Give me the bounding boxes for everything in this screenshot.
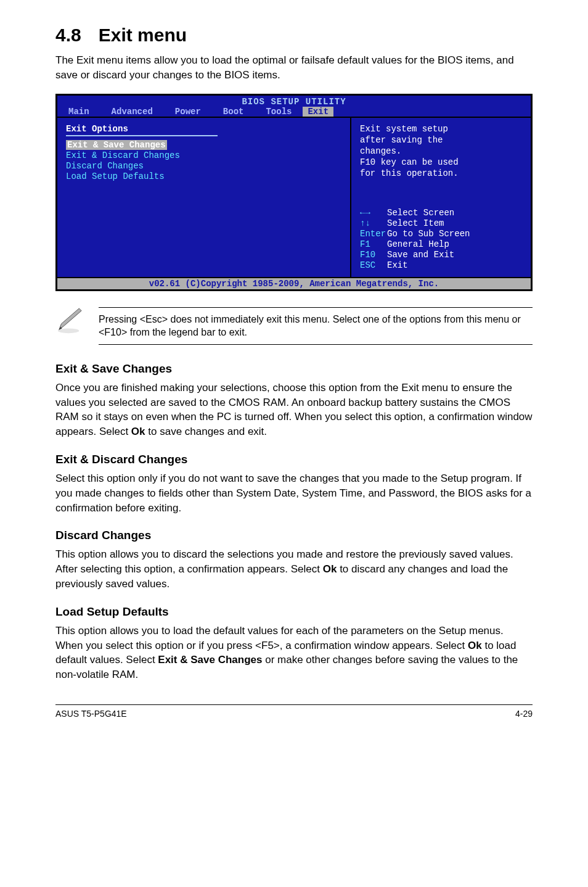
bold-ok: Ok xyxy=(131,426,145,437)
key-icon: ↑↓ xyxy=(360,218,387,228)
key-icon: F1 xyxy=(360,239,387,249)
page-footer: ASUS T5-P5G41E 4-29 xyxy=(55,704,533,719)
bios-tab: Tools xyxy=(255,107,303,117)
bios-header: BIOS SETUP UTILITY xyxy=(57,96,531,107)
section-discard: Discard Changes This option allows you t… xyxy=(55,529,533,591)
section-load-defaults: Load Setup Defaults This option allows y… xyxy=(55,605,533,682)
bios-footer: v02.61 (C)Copyright 1985-2009, American … xyxy=(57,277,531,289)
bios-tab: Power xyxy=(164,107,212,117)
section-heading: Exit & Save Changes xyxy=(55,362,533,376)
section-exit-discard: Exit & Discard Changes Select this optio… xyxy=(55,453,533,515)
footer-left: ASUS T5-P5G41E xyxy=(55,709,127,719)
bios-divider xyxy=(66,135,218,136)
bios-help-text: Exit system setup after saving the chang… xyxy=(360,124,522,179)
bios-menu-item: Exit & Save Changes xyxy=(66,140,167,150)
section-heading: Load Setup Defaults xyxy=(55,605,533,619)
bios-right-pane: Exit system setup after saving the chang… xyxy=(351,118,531,277)
bios-tab: Advanced xyxy=(100,107,164,117)
bold-exit-save: Exit & Save Changes xyxy=(158,654,262,666)
help-line: F10 key can be used xyxy=(360,157,522,167)
svg-point-0 xyxy=(58,328,79,333)
bios-menu-item: Load Setup Defaults xyxy=(66,171,341,181)
key-desc: Exit xyxy=(387,260,408,270)
help-line: Exit system setup xyxy=(360,124,522,134)
key-icon: F10 xyxy=(360,250,387,260)
footer-right: 4-29 xyxy=(515,709,533,719)
bios-body: Exit Options Exit & Save Changes Exit & … xyxy=(57,117,531,277)
bios-tab: Main xyxy=(57,107,100,117)
key-line: F10Save and Exit xyxy=(360,250,522,260)
spacer xyxy=(333,107,531,117)
help-line: for this operation. xyxy=(360,168,522,178)
section-heading: Exit & Discard Changes xyxy=(55,453,533,466)
help-line: changes. xyxy=(360,146,522,156)
key-desc: Select Item xyxy=(387,218,444,228)
section-body: Select this option only if you do not wa… xyxy=(55,471,533,515)
key-line: F1General Help xyxy=(360,239,522,249)
bios-menu-item: Exit & Discard Changes xyxy=(66,151,341,160)
bios-left-pane: Exit Options Exit & Save Changes Exit & … xyxy=(57,118,351,277)
key-icon: ←→ xyxy=(360,208,387,218)
bios-key-legend: ←→Select Screen ↑↓Select Item EnterGo to… xyxy=(360,208,522,271)
bios-tab-bar: Main Advanced Power Boot Tools Exit xyxy=(57,107,531,117)
key-desc: Select Screen xyxy=(387,208,454,218)
key-line: ←→Select Screen xyxy=(360,208,522,218)
title-text: Exit menu xyxy=(99,25,187,45)
bold-ok: Ok xyxy=(323,563,337,575)
key-desc: General Help xyxy=(387,239,449,249)
help-line: after saving the xyxy=(360,135,522,145)
section-body: This option allows you to load the defau… xyxy=(55,624,533,682)
bios-tab: Boot xyxy=(212,107,255,117)
key-line: ↑↓Select Item xyxy=(360,218,522,228)
key-icon: Enter xyxy=(360,229,387,239)
section-body: Once you are finished making your select… xyxy=(55,381,533,439)
page-title: 4.8Exit menu xyxy=(55,25,533,46)
bios-tab-active: Exit xyxy=(303,107,333,117)
note-text: Pressing <Esc> does not immediately exit… xyxy=(99,307,533,345)
pencil-icon xyxy=(55,307,84,336)
section-body: This option allows you to discard the se… xyxy=(55,547,533,591)
svg-marker-1 xyxy=(59,308,81,330)
section-exit-save: Exit & Save Changes Once you are finishe… xyxy=(55,362,533,439)
key-line: ESCExit xyxy=(360,260,522,270)
bios-options-heading: Exit Options xyxy=(66,124,341,134)
key-icon: ESC xyxy=(360,260,387,270)
section-heading: Discard Changes xyxy=(55,529,533,542)
note-block: Pressing <Esc> does not immediately exit… xyxy=(55,307,533,345)
key-line: EnterGo to Sub Screen xyxy=(360,229,522,239)
bios-screenshot: BIOS SETUP UTILITY Main Advanced Power B… xyxy=(55,94,533,291)
bios-menu-item: Discard Changes xyxy=(66,161,341,171)
key-desc: Go to Sub Screen xyxy=(387,229,470,239)
bold-ok: Ok xyxy=(468,640,482,651)
key-desc: Save and Exit xyxy=(387,250,454,260)
intro-paragraph: The Exit menu items allow you to load th… xyxy=(55,53,533,83)
title-number: 4.8 xyxy=(55,25,81,46)
